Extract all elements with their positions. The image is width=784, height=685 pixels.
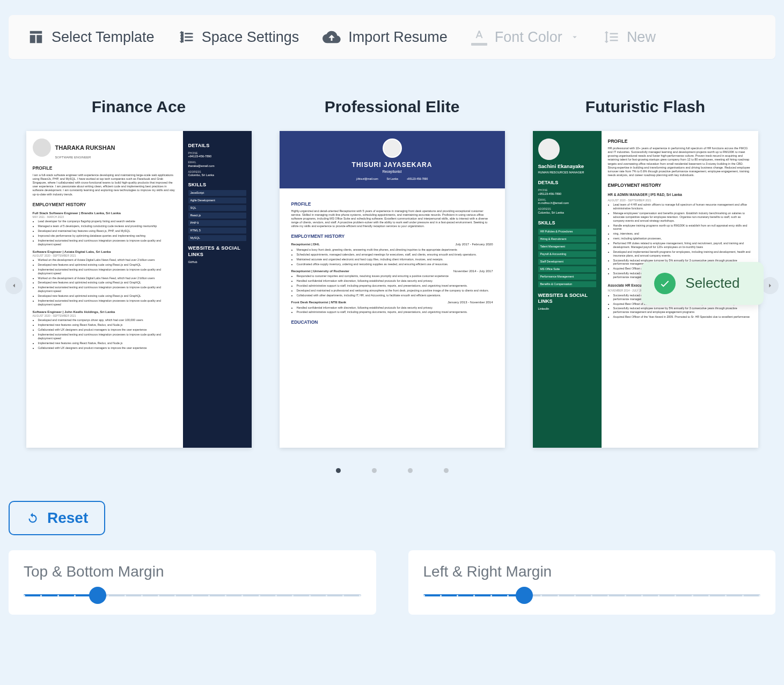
top-bottom-margin-slider[interactable] — [24, 594, 361, 596]
slider-label: Left & Right Margin — [423, 563, 761, 580]
template-title: Finance Ace — [26, 98, 252, 116]
select-template-label: Select Template — [52, 29, 155, 46]
cloud-upload-icon — [323, 28, 341, 46]
dot-1[interactable] — [336, 468, 341, 473]
template-cards: Finance Ace THARAKA RUKSHAN SOFTWARE ENG… — [9, 98, 775, 448]
prev-arrow[interactable] — [5, 277, 23, 294]
reset-icon — [26, 511, 40, 525]
next-arrow[interactable] — [761, 277, 779, 294]
template-card-finance-ace[interactable]: Finance Ace THARAKA RUKSHAN SOFTWARE ENG… — [26, 98, 252, 448]
slider-knob[interactable] — [516, 587, 533, 604]
dot-2[interactable] — [372, 468, 377, 473]
template-icon — [28, 29, 44, 45]
reset-button[interactable]: Reset — [9, 501, 105, 535]
dot-3[interactable] — [408, 468, 413, 473]
reset-label: Reset — [47, 509, 88, 527]
line-spacing-icon — [178, 29, 194, 45]
font-color-icon — [471, 29, 487, 46]
import-resume-label: Import Resume — [348, 29, 448, 46]
template-thumbnail: THARAKA RUKSHAN SOFTWARE ENGINEER PROFIL… — [26, 131, 252, 448]
template-title: Futuristic Flash — [533, 98, 758, 116]
template-card-futuristic-flash[interactable]: Futuristic Flash Sachini Ekanayake HUMAN… — [533, 98, 758, 448]
import-resume-button[interactable]: Import Resume — [323, 28, 448, 46]
slider-knob[interactable] — [89, 587, 106, 604]
dot-4[interactable] — [444, 468, 449, 473]
line-spacing-icon — [603, 29, 619, 45]
template-thumbnail: THISURI JAYASEKARA Receptionist j.thisur… — [280, 131, 505, 448]
top-bottom-margin-box: Top & Bottom Margin — [9, 550, 376, 615]
selected-label: Selected — [685, 275, 739, 292]
check-icon — [654, 273, 676, 294]
left-right-margin-box: Left & Right Margin — [408, 550, 776, 615]
toolbar: Select Template Space Settings Import Re… — [9, 15, 775, 59]
select-template-button[interactable]: Select Template — [28, 29, 155, 46]
pagination-dots — [9, 468, 775, 473]
left-right-margin-slider[interactable] — [423, 594, 761, 596]
font-color-button[interactable]: Font Color — [471, 29, 580, 46]
font-color-label: Font Color — [495, 29, 562, 46]
selected-badge: Selected — [641, 262, 763, 305]
template-card-professional-elite[interactable]: Professional Elite THISURI JAYASEKARA Re… — [280, 98, 505, 448]
space-settings-button[interactable]: Space Settings — [178, 29, 299, 46]
slider-label: Top & Bottom Margin — [24, 563, 361, 580]
new-label: New — [627, 29, 656, 46]
chevron-down-icon — [570, 32, 580, 42]
new-button[interactable]: New — [603, 29, 656, 46]
space-settings-label: Space Settings — [202, 29, 299, 46]
template-title: Professional Elite — [280, 98, 505, 116]
